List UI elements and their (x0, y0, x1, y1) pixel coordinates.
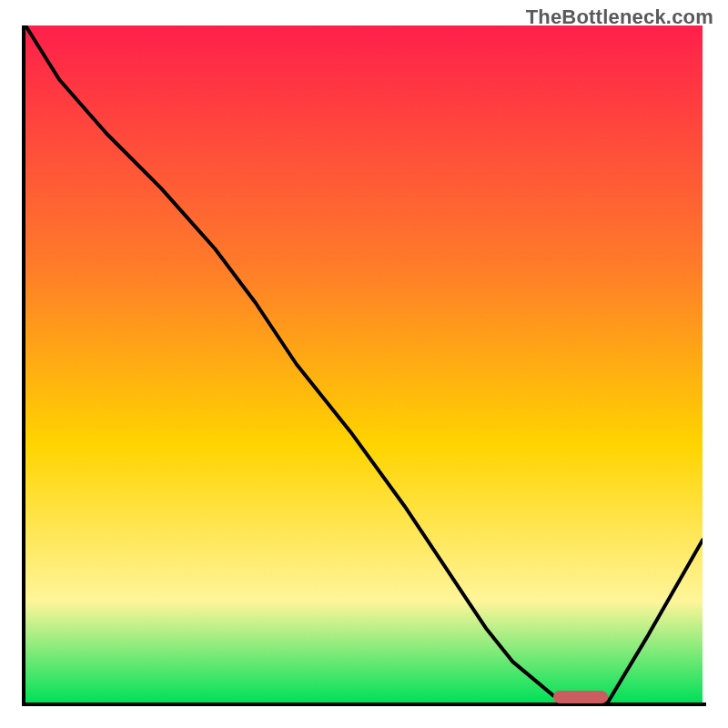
optimal-range-marker (553, 691, 608, 703)
plot-area (25, 25, 703, 703)
gradient-background (25, 25, 703, 703)
chart-frame: TheBottleneck.com (0, 0, 728, 728)
svg-rect-0 (25, 25, 703, 703)
